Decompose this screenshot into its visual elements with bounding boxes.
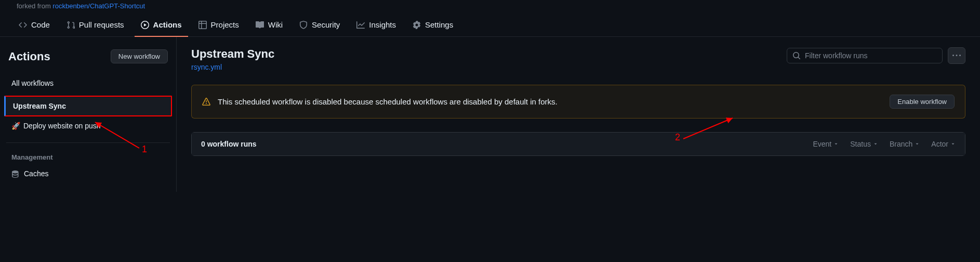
disabled-workflow-alert: This scheduled workflow is disabled beca…: [191, 85, 965, 119]
filter-input[interactable]: [805, 51, 937, 60]
filter-branch[interactable]: Branch: [890, 140, 920, 148]
annotation-label-1: 1: [142, 144, 147, 155]
graph-icon: [356, 21, 365, 29]
chevron-down-icon: [833, 141, 839, 147]
nav-wiki[interactable]: Wiki: [249, 14, 289, 36]
chevron-down-icon: [873, 141, 878, 147]
sidebar-item-deploy[interactable]: 🚀Deploy website on push: [4, 116, 172, 135]
alert-text: This scheduled workflow is disabled beca…: [218, 97, 558, 106]
chevron-down-icon: [915, 141, 920, 147]
nav-code[interactable]: Code: [12, 14, 56, 36]
filter-branch-label: Branch: [890, 140, 912, 148]
nav-code-label: Code: [31, 20, 50, 29]
search-icon: [792, 51, 801, 60]
annotation-label-2: 2: [675, 132, 680, 143]
code-icon: [19, 21, 27, 29]
sidebar-item-caches-label: Caches: [24, 169, 48, 178]
filter-workflow-runs[interactable]: [787, 48, 943, 63]
nav-settings-label: Settings: [425, 20, 453, 29]
nav-insights[interactable]: Insights: [350, 14, 402, 36]
filter-event-label: Event: [813, 140, 831, 148]
rocket-icon: 🚀: [11, 122, 20, 130]
gear-icon: [413, 21, 421, 29]
new-workflow-button[interactable]: New workflow: [111, 49, 168, 63]
nav-pulls-label: Pull requests: [79, 20, 124, 29]
nav-wiki-label: Wiki: [268, 20, 283, 29]
nav-actions-label: Actions: [153, 20, 182, 29]
actions-sidebar: Actions New workflow All workflows Upstr…: [0, 37, 177, 192]
cache-icon: [11, 170, 20, 178]
book-icon: [256, 21, 264, 29]
filter-event[interactable]: Event: [813, 140, 839, 148]
table-icon: [198, 21, 207, 29]
play-icon: [141, 21, 149, 29]
kebab-icon: [952, 51, 961, 60]
forked-from-line: forked from rockbenben/ChatGPT-Shortcut: [0, 0, 980, 14]
sidebar-item-caches[interactable]: Caches: [4, 164, 172, 184]
workflow-title: Upstream Sync: [191, 47, 274, 61]
sidebar-divider: [6, 142, 170, 143]
filter-status[interactable]: Status: [850, 140, 878, 148]
repo-nav: Code Pull requests Actions Projects Wiki…: [0, 14, 980, 37]
nav-projects[interactable]: Projects: [192, 14, 245, 36]
enable-workflow-button[interactable]: Enable workflow: [890, 95, 955, 109]
workflow-file-link[interactable]: rsync.yml: [191, 63, 222, 71]
sidebar-item-deploy-label: Deploy website on push: [23, 122, 101, 130]
forked-repo-link[interactable]: rockbenben/ChatGPT-Shortcut: [52, 2, 145, 10]
nav-projects-label: Projects: [211, 20, 239, 29]
alert-icon: [202, 98, 210, 106]
sidebar-item-upstream-sync[interactable]: Upstream Sync: [4, 96, 172, 116]
nav-settings[interactable]: Settings: [406, 14, 459, 36]
nav-pulls[interactable]: Pull requests: [60, 14, 130, 36]
filter-status-label: Status: [850, 140, 871, 148]
nav-actions[interactable]: Actions: [135, 14, 188, 36]
nav-security-label: Security: [312, 20, 340, 29]
workflow-runs-count: 0 workflow runs: [201, 140, 257, 148]
shield-icon: [299, 21, 308, 29]
chevron-down-icon: [950, 141, 956, 147]
nav-security[interactable]: Security: [293, 14, 346, 36]
filter-actor-label: Actor: [931, 140, 948, 148]
workflow-runs-panel: 0 workflow runs Event Status Branch Acto…: [191, 132, 965, 156]
forked-prefix: forked from: [17, 2, 52, 10]
sidebar-title: Actions: [8, 50, 50, 63]
filter-actor[interactable]: Actor: [931, 140, 956, 148]
nav-insights-label: Insights: [369, 20, 396, 29]
kebab-menu-button[interactable]: [948, 47, 965, 64]
sidebar-item-all-workflows[interactable]: All workflows: [4, 74, 172, 93]
git-pull-request-icon: [67, 21, 75, 29]
content-area: Upstream Sync rsync.yml This scheduled w…: [177, 37, 980, 192]
